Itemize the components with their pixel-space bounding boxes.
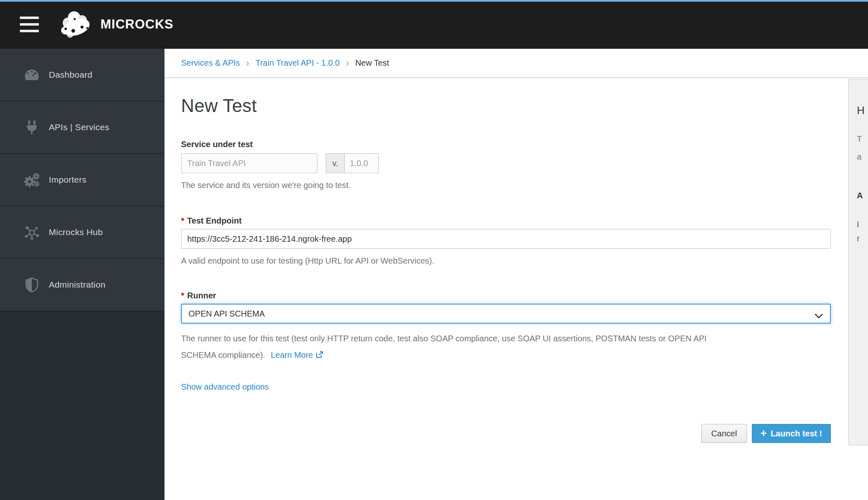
help-panel-text-fragment: I [857, 220, 859, 229]
microcks-logo-icon [55, 4, 96, 45]
runner-label: *Runner [181, 291, 831, 300]
help-panel-text-fragment: H [857, 104, 865, 117]
sidebar-item-microcks-hub[interactable]: Microcks Hub [0, 206, 165, 259]
service-version-field [345, 153, 379, 173]
sidebar-item-administration[interactable]: Administration [0, 259, 165, 311]
runner-selected-value: OPEN API SCHEMA [188, 309, 265, 319]
required-asterisk: * [181, 216, 184, 225]
help-panel-text-fragment: a [857, 152, 861, 162]
gears-icon [24, 171, 40, 188]
launch-test-label: Launch test ! [771, 429, 822, 438]
runner-label-text: Runner [187, 291, 216, 300]
test-endpoint-label: *Test Endpoint [181, 216, 831, 226]
breadcrumb-separator-icon: › [246, 59, 249, 67]
required-asterisk: * [181, 291, 184, 300]
service-under-test-label: Service under test [181, 140, 831, 149]
sidebar-item-label: Administration [49, 280, 105, 290]
page-title: New Test [181, 95, 831, 116]
launch-test-button[interactable]: + Launch test ! [752, 424, 831, 443]
hamburger-bar [20, 23, 39, 26]
new-test-form: New Test Service under test v. The servi… [165, 95, 831, 443]
shield-icon [24, 276, 40, 293]
help-panel-text-fragment: r [857, 234, 860, 243]
sidebar-item-dashboard[interactable]: Dashboard [0, 49, 165, 101]
cancel-button[interactable]: Cancel [701, 424, 747, 443]
service-version-group: v. [326, 153, 379, 173]
top-navbar: MICROCKS [0, 0, 868, 49]
hamburger-bar [20, 17, 39, 19]
dashboard-gauge-icon [24, 67, 40, 83]
sidebar-item-label: Importers [49, 175, 86, 185]
sidebar-item-label: Microcks Hub [49, 227, 103, 237]
breadcrumb: Services & APIs › Train Travel API - 1.0… [165, 49, 868, 78]
chevron-down-icon [814, 312, 823, 321]
hub-network-icon [24, 224, 40, 240]
runner-select[interactable]: OPEN API SCHEMA [181, 304, 831, 324]
form-actions: Cancel + Launch test ! [181, 424, 831, 443]
breadcrumb-separator-icon: › [346, 59, 349, 67]
sidebar-nav: Dashboard APIs | Services [0, 49, 165, 500]
sidebar-item-label: APIs | Services [49, 122, 110, 132]
help-panel: H T a A I r [848, 79, 868, 445]
runner-help-text: The runner to use for this test (test on… [181, 330, 831, 364]
window-top-strip [0, 0, 868, 2]
runner-help-line2: SCHEMA compliance). [181, 350, 265, 360]
external-link-icon [315, 348, 324, 364]
hamburger-menu-button[interactable] [20, 17, 39, 32]
learn-more-link[interactable]: Learn More [271, 350, 324, 360]
sidebar-item-apis-services[interactable]: APIs | Services [0, 101, 165, 154]
sidebar-item-importers[interactable]: Importers [0, 154, 165, 206]
learn-more-label: Learn More [271, 350, 313, 360]
endpoint-help-text: A valid endpoint to use for testing (Htt… [181, 256, 831, 266]
test-endpoint-label-text: Test Endpoint [187, 216, 242, 225]
brand-title: MICROCKS [100, 0, 174, 49]
help-panel-text-fragment: T [857, 134, 862, 144]
hamburger-bar [20, 30, 39, 32]
test-endpoint-input[interactable] [181, 229, 831, 249]
microcks-app: MICROCKS Dashboard [0, 0, 868, 500]
plug-icon [24, 119, 40, 136]
breadcrumb-link-services-apis[interactable]: Services & APIs [181, 58, 240, 68]
main-content: Services & APIs › Train Travel API - 1.0… [165, 49, 868, 500]
runner-help-line1: The runner to use for this test (test on… [181, 334, 707, 343]
breadcrumb-current: New Test [355, 58, 389, 68]
service-help-text: The service and its version we're going … [181, 181, 831, 190]
plus-icon: + [761, 428, 767, 438]
show-advanced-options-link[interactable]: Show advanced options [181, 382, 269, 392]
sidebar-item-label: Dashboard [49, 70, 92, 80]
service-name-field [181, 153, 317, 173]
breadcrumb-link-service-version[interactable]: Train Travel API - 1.0.0 [255, 58, 340, 68]
service-row: v. [181, 153, 831, 173]
help-panel-text-fragment: A [857, 191, 863, 200]
version-prefix-label: v. [326, 153, 345, 173]
